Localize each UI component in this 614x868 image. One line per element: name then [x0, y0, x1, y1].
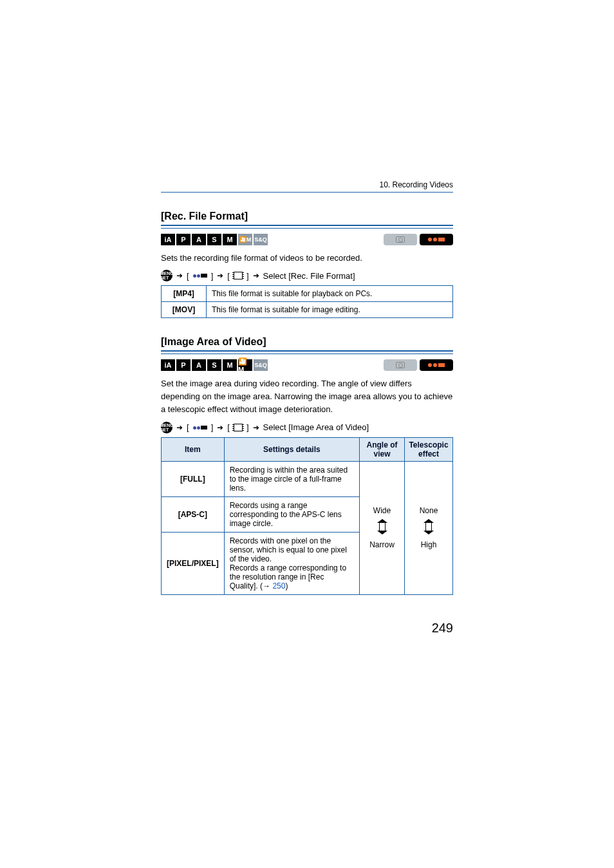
page-link-250[interactable]: 250 [272, 581, 285, 590]
bracket: ] [211, 271, 214, 281]
film-format-icon [234, 272, 243, 279]
row-apsc: [APS-C] [162, 496, 225, 532]
row-pixel-desc: Records with one pixel on the sensor, wh… [224, 532, 359, 594]
arrow-icon: ➜ [253, 423, 259, 432]
aov-cell: Wide Narrow [360, 461, 405, 594]
arrow-icon: ➜ [176, 423, 183, 432]
mode-s: S [207, 359, 221, 371]
section2-description: Set the image area during video recordin… [161, 377, 453, 416]
video-icon [428, 363, 445, 367]
menu-set-icon: MENU SET [161, 422, 172, 433]
section-title-image-area: [Image Area of Video] [161, 336, 453, 348]
mode-p: P [176, 359, 191, 371]
row-full-desc: Recording is within the area suited to t… [224, 461, 359, 496]
row-pixel: [PIXEL/PIXEL] [162, 532, 225, 594]
range-arrow-icon [423, 519, 434, 534]
row-desc: This file format is suitable for playbac… [207, 286, 453, 302]
bracket: [ [227, 422, 230, 432]
pixel-desc-pre: Records with one pixel on the sensor, wh… [230, 536, 347, 590]
camera-icon [396, 362, 405, 368]
section-title-rec-file-format: [Rec. File Format] [161, 211, 453, 222]
bracket: [ [227, 271, 230, 281]
row-apsc-desc: Records using a range corresponding to t… [224, 496, 359, 532]
mode-creative-video: 🎦M [238, 359, 252, 371]
pixel-desc-post: ) [285, 581, 288, 590]
col-aov: Angle of view [360, 437, 405, 461]
mode-indicator-row: iA P A S M 🎦M S&Q [161, 359, 453, 371]
mode-slow-quick: S&Q [254, 359, 268, 371]
telescopic-cell: None High [405, 461, 453, 594]
mode-s: S [207, 234, 221, 245]
section-divider [161, 225, 453, 229]
mode-ia: iA [161, 234, 175, 245]
photo-disabled-pill [384, 234, 417, 245]
menu-nav-path-1: MENU SET ➜ [ ] ➜ [ ] ➜ Select [Rec. File… [161, 270, 453, 281]
mode-m: M [223, 234, 237, 245]
bracket: [ [187, 422, 189, 432]
row-name-mov: [MOV] [162, 302, 207, 318]
video-enabled-pill [420, 359, 453, 371]
mode-ia: iA [161, 359, 175, 371]
mode-creative-video: 🎦M [238, 234, 252, 245]
film-format-icon [234, 424, 243, 431]
col-telescopic: Telescopic effect [405, 437, 453, 461]
col-item: Item [162, 437, 225, 461]
table-row: [MOV] This file format is suitable for i… [162, 302, 453, 318]
image-area-table: Item Settings details Angle of view Tele… [161, 437, 453, 595]
arrow-icon: ➜ [217, 423, 223, 432]
mode-slow-quick: S&Q [254, 234, 268, 245]
bracket: ] [211, 422, 214, 432]
applicability-pills [384, 359, 453, 371]
mode-a: A [192, 359, 206, 371]
tel-top-label: None [410, 506, 447, 515]
applicability-pills [384, 234, 453, 245]
mode-dial-list: iA P A S M 🎦M S&Q [161, 234, 268, 245]
section-divider [161, 350, 453, 354]
video-menu-icon [193, 426, 207, 429]
section1-description: Sets the recording file format of videos… [161, 252, 453, 265]
menu-set-icon: MENU SET [161, 270, 172, 281]
row-full: [FULL] [162, 461, 225, 496]
bracket: [ [187, 271, 189, 281]
mode-p: P [176, 234, 191, 245]
aov-top-label: Wide [365, 506, 399, 515]
table-row: [MP4] This file format is suitable for p… [162, 286, 453, 302]
bracket: ] [247, 422, 249, 432]
row-name-mp4: [MP4] [162, 286, 207, 302]
tel-bottom-label: High [410, 540, 447, 549]
video-menu-icon [193, 274, 207, 278]
video-enabled-pill [420, 234, 453, 245]
arrow-icon: ➜ [217, 271, 223, 280]
menu-nav-path-2: MENU SET ➜ [ ] ➜ [ ] ➜ Select [Image Are… [161, 422, 453, 433]
arrow-icon: → [263, 581, 272, 590]
rec-file-format-table: [MP4] This file format is suitable for p… [161, 285, 453, 318]
page-number: 249 [161, 621, 453, 636]
mode-a: A [192, 234, 206, 245]
mode-dial-list: iA P A S M 🎦M S&Q [161, 359, 268, 371]
breadcrumb: 10. Recording Videos [161, 180, 453, 193]
table-row: [FULL] Recording is within the area suit… [162, 461, 453, 496]
table-header-row: Item Settings details Angle of view Tele… [162, 437, 453, 461]
page-root: 10. Recording Videos [Rec. File Format] … [0, 0, 614, 674]
mode-indicator-row: iA P A S M 🎦M S&Q [161, 234, 453, 245]
col-settings: Settings details [224, 437, 359, 461]
arrow-icon: ➜ [253, 271, 259, 280]
bracket: ] [247, 271, 249, 281]
nav-select-label: Select [Image Area of Video] [263, 422, 369, 432]
mode-m: M [223, 359, 237, 371]
row-desc: This file format is suitable for image e… [207, 302, 453, 318]
range-arrow-icon [377, 519, 387, 534]
video-icon [428, 238, 445, 241]
aov-bottom-label: Narrow [365, 540, 399, 549]
nav-select-label: Select [Rec. File Format] [263, 271, 355, 281]
photo-disabled-pill [384, 359, 417, 371]
camera-icon [396, 236, 405, 243]
arrow-icon: ➜ [176, 271, 183, 280]
